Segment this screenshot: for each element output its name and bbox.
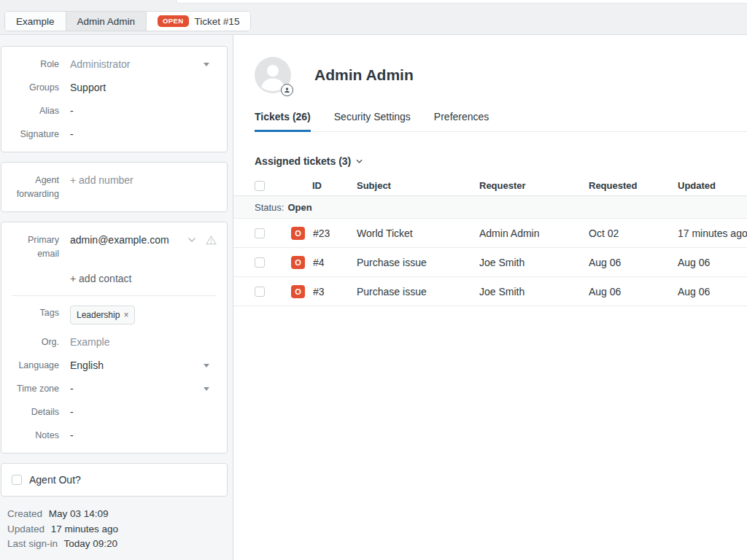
ticket-status-open-icon: O (291, 227, 305, 240)
groups-value[interactable]: Support (70, 80, 217, 95)
signature-value[interactable]: - (70, 127, 217, 141)
window-tab-label: Ticket #15 (195, 16, 240, 27)
field-primary-email: Primary email admin@example.com (12, 233, 217, 261)
ticket-updated: Aug 06 (678, 286, 747, 298)
tab-security-settings[interactable]: Security Settings (334, 111, 411, 131)
select-all-checkbox[interactable] (255, 181, 265, 191)
agent-forwarding-label: Agent forwarding (12, 173, 59, 201)
window-tab-bar: Example Admin Admin OPEN Ticket #15 (0, 4, 747, 35)
profile-card: Role Administrator Groups Support Alias … (1, 46, 228, 152)
page-title: Admin Admin (314, 66, 414, 84)
tags-label: Tags (12, 306, 59, 320)
tab-tickets[interactable]: Tickets (26) (255, 111, 311, 132)
col-id: ID (291, 180, 357, 191)
field-timezone: Time zone - (12, 381, 217, 396)
avatar (255, 57, 291, 93)
remove-tag-icon[interactable]: × (123, 308, 128, 322)
agent-badge-icon (281, 84, 293, 96)
ticket-updated: 17 minutes ago (678, 228, 747, 239)
col-subject: Subject (357, 180, 479, 191)
tag-pill[interactable]: Leadership × (70, 306, 135, 324)
notes-value[interactable]: - (70, 428, 217, 443)
chevron-down-icon (355, 158, 363, 166)
row-checkbox[interactable] (255, 287, 265, 297)
agent-out-card: Agent Out? (1, 463, 228, 497)
main-panel: Admin Admin Tickets (26) Security Settin… (233, 35, 747, 560)
field-add-contact: + add contact (12, 271, 217, 286)
assigned-tickets-heading[interactable]: Assigned tickets (3) (255, 155, 747, 167)
details-label: Details (12, 405, 59, 419)
field-signature: Signature - (12, 127, 217, 141)
ticket-updated: Aug 06 (678, 257, 747, 268)
tab-preferences[interactable]: Preferences (434, 111, 489, 131)
ticket-requester: Joe Smith (479, 286, 589, 298)
col-requested: Requested (589, 180, 678, 191)
add-number-link[interactable]: + add number (70, 173, 217, 187)
ticket-row-23[interactable]: O #23 World Ticket Admin Admin Oct 02 17… (233, 219, 747, 248)
language-select[interactable]: English (70, 358, 198, 373)
meta-created: Created May 03 14:09 (7, 507, 233, 522)
field-org: Org. Example (12, 335, 217, 349)
field-language: Language English (12, 358, 217, 373)
col-updated: Updated (678, 180, 747, 191)
field-agent-forwarding: Agent forwarding + add number (12, 173, 217, 201)
profile-header: Admin Admin (233, 35, 747, 93)
user-meta: Created May 03 14:09 Updated 17 minutes … (7, 507, 233, 552)
window-tab-ticket-15[interactable]: OPEN Ticket #15 (147, 12, 250, 31)
chevron-down-icon[interactable] (187, 236, 196, 244)
details-value[interactable]: - (70, 405, 217, 419)
primary-email-label: Primary email (12, 233, 59, 261)
row-checkbox[interactable] (255, 257, 265, 268)
ticket-requested: Aug 06 (589, 286, 678, 298)
alias-label: Alias (12, 104, 59, 118)
agent-out-checkbox[interactable] (12, 475, 22, 485)
caret-down-icon (204, 387, 209, 391)
email-icons (187, 233, 217, 245)
agent-forwarding-card: Agent forwarding + add number (1, 162, 228, 212)
ticket-subject[interactable]: Purchase issue (357, 257, 479, 268)
row-checkbox[interactable] (255, 228, 265, 238)
notes-label: Notes (12, 428, 59, 443)
meta-updated: Updated 17 minutes ago (7, 522, 233, 537)
language-label: Language (12, 358, 59, 373)
caret-down-icon (204, 63, 209, 66)
ticket-requested: Aug 06 (589, 257, 678, 268)
org-label: Org. (12, 335, 59, 349)
ticket-row-3[interactable]: O #3 Purchase issue Joe Smith Aug 06 Aug… (233, 277, 747, 306)
ticket-status-open-icon: O (291, 256, 305, 269)
role-select[interactable]: Administrator (70, 57, 198, 71)
ticket-row-4[interactable]: O #4 Purchase issue Joe Smith Aug 06 Aug… (233, 248, 747, 277)
window-tab-label: Example (16, 16, 55, 27)
window-tab-admin-admin[interactable]: Admin Admin (66, 12, 147, 31)
primary-email-value[interactable]: admin@example.com (70, 233, 182, 247)
status-group-value: Open (287, 202, 311, 213)
status-badge: OPEN (158, 15, 189, 27)
timezone-label: Time zone (12, 381, 59, 396)
tag-text: Leadership (77, 308, 120, 322)
add-contact-link[interactable]: + add contact (70, 271, 217, 286)
ticket-subject[interactable]: World Ticket (357, 228, 479, 239)
field-groups: Groups Support (12, 80, 217, 95)
field-notes: Notes - (12, 428, 217, 443)
profile-tabs: Tickets (26) Security Settings Preferenc… (255, 111, 747, 132)
ticket-requester: Joe Smith (479, 257, 589, 268)
ticket-status-open-icon: O (291, 285, 305, 298)
alias-value[interactable]: - (70, 104, 217, 118)
ticket-id: #23 (313, 228, 330, 239)
status-group-row: Status: Open (233, 196, 747, 219)
ticket-subject[interactable]: Purchase issue (357, 286, 479, 298)
org-value[interactable]: Example (70, 335, 217, 349)
meta-last-signin: Last sign-in Today 09:20 (7, 537, 233, 552)
timezone-select[interactable]: - (70, 381, 198, 396)
field-details: Details - (12, 405, 217, 419)
window-tab-example[interactable]: Example (5, 12, 66, 31)
header-remnant-panel (176, 0, 747, 4)
agent-out-label: Agent Out? (29, 474, 81, 486)
signature-label: Signature (12, 127, 59, 141)
user-details-sidebar: Role Administrator Groups Support Alias … (0, 35, 233, 560)
window-tab-group: Example Admin Admin OPEN Ticket #15 (4, 11, 251, 31)
field-tags: Tags Leadership × (12, 306, 217, 324)
role-label: Role (12, 57, 59, 71)
caret-down-icon (204, 364, 209, 368)
ticket-id: #3 (313, 286, 325, 298)
